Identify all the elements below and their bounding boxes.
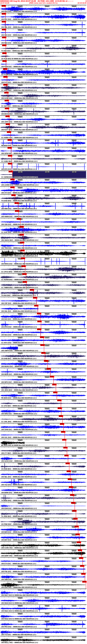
pick-flag[interactable]: xT 4 (41, 352, 46, 354)
trace-row[interactable]: xT 4 CC NORM BHZ -- 99999.0km BW HIGHPAS… (0, 273, 87, 281)
trace-row[interactable]: xT 4 UW EPH EHZ -- 99999.0km BW HIGHPASS… (0, 163, 87, 170)
trace-row[interactable]: xT 4 UW WA2 EHZ -- 99999.0km BW HIGHPASS… (0, 328, 87, 336)
trace-row[interactable]: xT 4 UW BRV EHZ -- 99999.0km BW HIGHPASS… (0, 534, 87, 541)
trace-row[interactable]: UW NN17 EHZ 01 99999.0km BW HIGHPASS 2.0… (0, 589, 87, 596)
pick-flag[interactable]: xT 4 (44, 360, 48, 362)
pick-flag[interactable]: xT 4 (61, 431, 65, 433)
pick-flag[interactable]: xT 4 (8, 139, 12, 141)
trace-row[interactable]: xT 4 CN SHB BHZ -- 99999.0km BW HIGHPASS… (0, 352, 87, 360)
pick-flag[interactable]: xT 4 (68, 478, 72, 480)
pick-flag[interactable]: xT 4 (37, 320, 42, 322)
trace-row[interactable]: xT 4 UW CBS EHZ -- 99999.0km BW HIGHPASS… (0, 218, 87, 226)
pick-flag[interactable]: xT 4 (17, 218, 21, 220)
trace-row[interactable]: xT 4 BK MOD HHZ 00 99999.0km BW HIGHPASS… (0, 439, 87, 447)
pick-flag[interactable]: xT 4 (10, 186, 15, 188)
trace-row[interactable]: xT 4 TA I04A BHZ -- 99999.0km BW HIGHPAS… (0, 289, 87, 297)
pick-flag[interactable]: xT 4 (40, 336, 44, 338)
pick-flag[interactable]: xT 4 (2, 21, 6, 22)
pick-flag[interactable]: xT 4 (69, 486, 73, 488)
trace-row[interactable]: UW NN32 EHZ 01 99999.0km BW HIGHPASS 2.0… (0, 612, 87, 620)
trace-row[interactable]: xT 4 UW LTY BHZ -- 99999.0km BW HIGHPASS… (0, 447, 87, 454)
trace-row[interactable]: xT 4 UW JORV EHZ -- 99999.0km BW HIGHPAS… (0, 115, 87, 123)
trace-row[interactable]: xT 4 UW DOSE BHZ -- 99999.0km BW HIGHPAS… (0, 92, 87, 100)
trace-row[interactable]: xT 4 UW CCRK HHZ -- 99999.0km BW HIGHPAS… (0, 541, 87, 549)
pick-flag[interactable]: xT 4 (79, 557, 83, 559)
trace-row[interactable]: xT 4 UO PINE BHZ -- 99999.0km BW HIGHPAS… (0, 518, 87, 526)
trace-row[interactable]: xT 4 CC TMBW BHZ -- 99999.0km BW HIGHPAS… (0, 281, 87, 289)
pick-flag[interactable]: xT 4 (11, 194, 16, 196)
pick-flag[interactable]: xT 4 (63, 447, 68, 448)
trace-row[interactable]: xT 4 UW MORO EHZ -- 99999.0km BW HIGHPAS… (0, 360, 87, 368)
trace-row[interactable]: xT 4 UW WRD EHZ -- 99999.0km BW HIGHPASS… (0, 407, 87, 415)
pick-flag[interactable]: xT 4 (37, 328, 41, 330)
trace-row[interactable]: xT 4 UW ET4 EHZ -- 99999.0km BW HIGHPASS… (0, 557, 87, 565)
pick-flag[interactable]: xT 4 (5, 108, 9, 109)
trace-row[interactable]: xT 4 TA I02D BHZ -- 99999.0km BW HIGHPAS… (0, 44, 87, 52)
pick-flag[interactable]: xT 4 (8, 155, 12, 156)
pick-flag[interactable]: xT 4 (34, 305, 39, 306)
pick-flag[interactable]: xT 4 (22, 265, 26, 267)
trace-row[interactable]: xT 4 US HLID BHZ 00 99999.0km BW HIGHPAS… (0, 52, 87, 60)
trace-row[interactable]: xT 4 PB B005 EHZ -- 99999.0km BW HIGHPAS… (0, 392, 87, 399)
pick-flag[interactable]: xT 4 (15, 202, 19, 204)
trace-row[interactable]: xT 4 UW VG2 EHZ -- 99999.0km BW HIGHPASS… (0, 478, 87, 486)
pick-flag[interactable]: xT 4 (3, 76, 8, 78)
pick-flag[interactable]: xT 4 (52, 384, 57, 385)
trace-row[interactable]: UW NN21 EHZ 01 99999.0km BW HIGHPASS 2.0… (0, 604, 87, 612)
pick-flag[interactable]: xT 4 (62, 439, 66, 440)
trace-row[interactable]: xT 4 UW GPW EHZ -- 99999.0km BW HIGHPASS… (0, 147, 87, 155)
trace-row[interactable]: xT 4 UW BWW EHZ -- 99999.0km BW HIGHPASS… (0, 486, 87, 494)
pick-flag[interactable]: xT 4 (58, 407, 62, 409)
trace-row[interactable]: xT 4 CC CPCO BHZ -- 99999.0km BW HIGHPAS… (0, 265, 87, 273)
trace-row[interactable]: xT 4 UW GHW EHZ -- 99999.0km BW HIGHPASS… (0, 423, 87, 431)
trace-row[interactable]: xT 4 CN OZB BHZ -- 99999.0km BW HIGHPASS… (0, 462, 87, 470)
trace-row[interactable]: xT 4 PB B926 EHZ -- 99999.0km BW HIGHPAS… (0, 139, 87, 147)
trace-row[interactable]: xT 4 CC VALT BHZ -- 99999.0km BW HIGHPAS… (0, 84, 87, 92)
trace-row[interactable]: xT 4 UW NOO EHZ -- 99999.0km BW HIGHPASS… (0, 5, 87, 13)
trace-row[interactable]: xT 4 UW SNL EHZ -- 99999.0km BW HIGHPASS… (0, 305, 87, 312)
pick-flag[interactable]: xT 4 (47, 368, 51, 370)
trace-row[interactable]: xT 4 UW GBL EHZ -- 99999.0km BW HIGHPASS… (0, 21, 87, 28)
pick-flag[interactable]: xT 4 (5, 100, 9, 101)
pick-flag[interactable]: xT 4 (74, 526, 79, 528)
pick-flag[interactable]: xT 4 (20, 234, 24, 236)
pick-flag[interactable]: xT 4 (7, 131, 11, 133)
pick-flag[interactable]: xT 4 (71, 502, 75, 504)
pick-flag[interactable]: xT 4 (59, 415, 63, 417)
pick-flag[interactable]: xT 4 (82, 581, 86, 582)
trace-row[interactable]: xT 4 UW WIW EHZ -- 99999.0km BW HIGHPASS… (0, 202, 87, 210)
pick-flag[interactable]: xT 4 (20, 250, 25, 251)
pick-flag[interactable]: xT 4 (21, 258, 25, 259)
pick-flag[interactable]: xT 4 (6, 116, 10, 117)
trace-row[interactable]: xT 4 UW GLDO EHZ -- 99999.0km BW HIGHPAS… (0, 454, 87, 462)
pick-flag[interactable]: xT 4 (20, 226, 24, 228)
pick-flag[interactable]: xT 4 (70, 494, 74, 496)
pick-flag[interactable]: xT 4 (10, 178, 15, 180)
trace-row[interactable]: xT 4 UW RATT BHZ -- 99999.0km BW HIGHPAS… (0, 123, 87, 131)
trace-row[interactable]: xT 4 UW GUL EHZ -- 99999.0km BW HIGHPASS… (0, 431, 87, 439)
trace-row[interactable]: xT 4 UW NEL EHZ -- 99999.0km BW HIGHPASS… (0, 470, 87, 478)
trace-row[interactable]: xT 4 CC KWBU EHZ -- 99999.0km BW HIGHPAS… (0, 131, 87, 139)
pick-flag[interactable]: xT 4 (3, 84, 8, 86)
pick-flag[interactable]: xT 4 (60, 423, 64, 425)
trace-row[interactable]: xT 4 UW LKWW EHZ -- 99999.0km BW HIGHPAS… (0, 178, 87, 186)
pick-flag[interactable]: xT 4 (40, 344, 45, 346)
pick-flag[interactable]: xT 4 (2, 60, 7, 62)
trace-row[interactable]: xT 4 UW UWFH EHZ -- 99999.0km BW HIGHPAS… (0, 344, 87, 352)
trace-row[interactable]: UW PRO EHZ -- 99999.0km BW HIGHPASS 2.0 … (0, 620, 87, 628)
trace-row[interactable]: xT 4 CC ASBU BHZ -- 99999.0km BW HIGHPAS… (0, 155, 87, 163)
trace-row[interactable]: xT 4 CC CIHL BHZ -- 99999.0km BW HIGHPAS… (0, 415, 87, 423)
trace-row[interactable]: xT 4 CC HIYU EHZ -- 99999.0km BW HIGHPAS… (0, 336, 87, 344)
pick-flag[interactable]: xT 4 (8, 147, 12, 149)
pick-flag[interactable]: xT 4 (2, 5, 6, 7)
trace-row[interactable]: xT 4 CC SEP EHZ -- 99999.0km BW HIGHPASS… (0, 100, 87, 108)
trace-row[interactable]: xT 4 UW RRHS EHZ -- 99999.0km BW HIGHPAS… (0, 257, 87, 265)
trace-row[interactable]: UW VT2 EHZ -- 99999.0km BW HIGHPASS 2.0 … (0, 628, 87, 636)
pick-flag[interactable]: xT 4 (57, 400, 62, 401)
pick-flag[interactable]: xT 4 (53, 392, 57, 393)
trace-row[interactable]: xT 4 UW ETW EHZ -- 99999.0km BW HIGHPASS… (0, 320, 87, 328)
pick-flag[interactable]: xT 4 (3, 68, 7, 70)
pick-flag[interactable]: xT 4 (77, 542, 81, 543)
pick-flag[interactable]: xT 4 (81, 573, 85, 575)
pick-flag[interactable]: xT 4 (30, 289, 34, 291)
